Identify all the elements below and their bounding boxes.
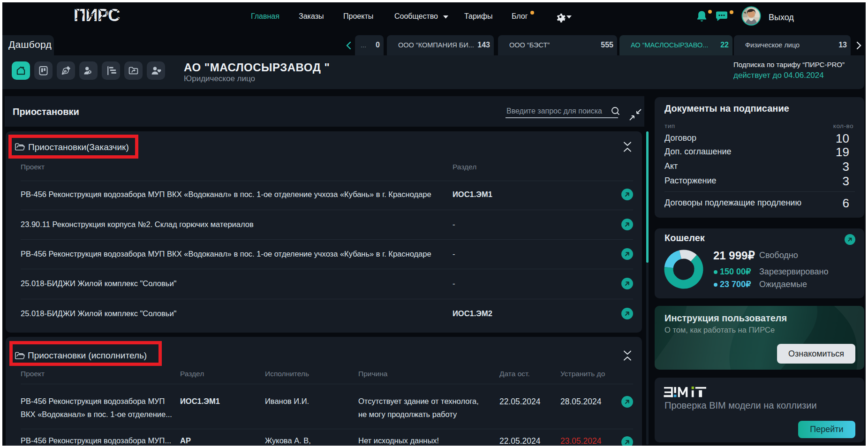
- svg-text:ПИРС: ПИРС: [74, 7, 120, 24]
